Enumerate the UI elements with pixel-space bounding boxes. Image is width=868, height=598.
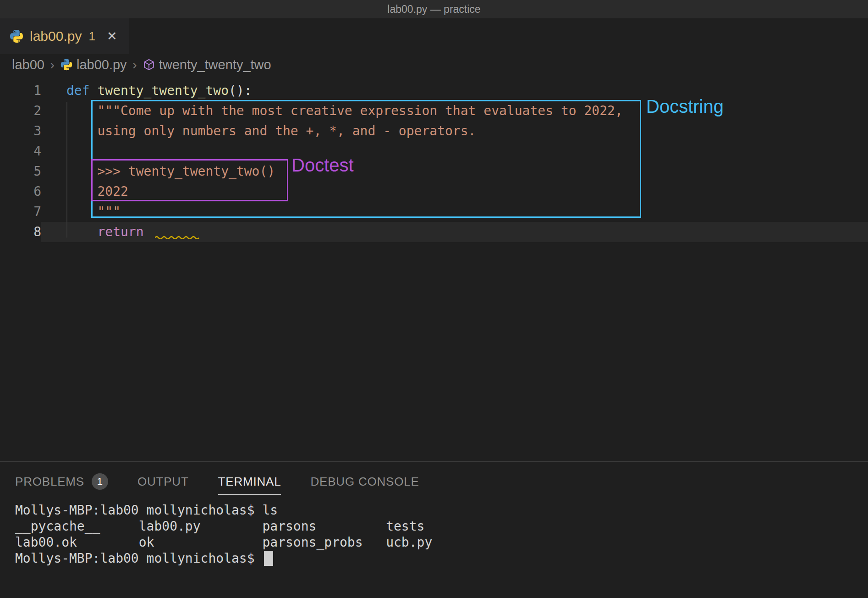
terminal-line: lab00.ok ok parsons_probs ucb.py [15, 534, 868, 550]
code-line-5[interactable]: 5 >>> twenty_twenty_two() [0, 161, 868, 182]
tab-debug-console[interactable]: DEBUG CONSOLE [310, 465, 419, 495]
panel-tab-label: PROBLEMS [15, 475, 84, 489]
panel-tab-label: OUTPUT [137, 475, 189, 489]
terminal-line: Mollys-MBP:lab00 mollynicholas$ ls [15, 502, 868, 518]
breadcrumb-label: twenty_twenty_two [159, 57, 271, 72]
symbol-cube-icon [143, 58, 155, 71]
doctest-annotation-label: Doctest [291, 155, 354, 176]
line-number: 2 [0, 101, 41, 121]
code-line-4[interactable]: 4 [0, 141, 868, 161]
line-number: 7 [0, 202, 41, 222]
problems-count-badge: 1 [92, 473, 108, 490]
panel-tab-label: TERMINAL [218, 475, 281, 489]
indent [66, 224, 97, 239]
line-number: 1 [0, 81, 41, 101]
code-line-2[interactable]: 2 """Come up with the most creative expr… [0, 101, 868, 121]
panel-tab-label: DEBUG CONSOLE [310, 475, 419, 489]
tab-problems[interactable]: PROBLEMS 1 [15, 464, 108, 496]
breadcrumb-label: lab00.py [77, 57, 127, 72]
breadcrumb-item-lab00[interactable]: lab00 [12, 57, 44, 72]
warning-squiggle-icon [155, 235, 200, 239]
bottom-panel: PROBLEMS 1 OUTPUT TERMINAL DEBUG CONSOLE… [0, 461, 868, 598]
code-line-3[interactable]: 3 using only numbers and the +, *, and -… [0, 121, 868, 141]
keyword-def: def [66, 83, 97, 98]
window-title: lab00.py — practice [387, 3, 480, 16]
line-number: 5 [0, 161, 41, 182]
code-editor[interactable]: 1 def twenty_twenty_two(): 2 """Come up … [0, 75, 868, 242]
tab-problem-count: 1 [88, 29, 95, 44]
tab-label: lab00.py [30, 28, 82, 44]
chevron-right-icon: › [50, 57, 55, 72]
breadcrumb-item-lab00-py[interactable]: lab00.py [60, 57, 127, 72]
code-line-1[interactable]: 1 def twenty_twenty_two(): [0, 81, 868, 101]
line-number: 4 [0, 141, 41, 161]
line-number: 3 [0, 121, 41, 141]
tab-terminal[interactable]: TERMINAL [218, 465, 281, 495]
terminal[interactable]: Mollys-MBP:lab00 mollynicholas$ ls __pyc… [0, 498, 868, 566]
line-number: 6 [0, 182, 41, 202]
indent-guide [66, 102, 67, 238]
doctest-call-text: >>> twenty_twenty_two() [66, 164, 275, 179]
tab-lab00-py[interactable]: lab00.py 1 ✕ [0, 18, 129, 54]
terminal-line: __pycache__ lab00.py parsons tests [15, 518, 868, 534]
code-line-7[interactable]: 7 """ [0, 202, 868, 222]
editor-tab-strip: lab00.py 1 ✕ [0, 18, 868, 54]
code-line-6[interactable]: 6 2022 [0, 182, 868, 202]
breadcrumb-item-symbol[interactable]: twenty_twenty_two [143, 57, 271, 72]
chevron-right-icon: › [132, 57, 137, 72]
breadcrumb: lab00 › lab00.py › twenty_twenty_two [0, 54, 868, 75]
python-icon [9, 29, 24, 44]
docstring-text: using only numbers and the +, *, and - o… [66, 123, 476, 138]
docstring-annotation-label: Docstring [646, 96, 724, 117]
panel-tab-bar: PROBLEMS 1 OUTPUT TERMINAL DEBUG CONSOLE [0, 462, 868, 498]
tab-output[interactable]: OUTPUT [137, 465, 189, 495]
window-titlebar: lab00.py — practice [0, 0, 868, 18]
line-number: 8 [0, 222, 41, 242]
punctuation: (): [229, 83, 252, 98]
terminal-prompt: Mollys-MBP:lab00 mollynicholas$ [15, 551, 262, 566]
docstring-text: """Come up with the most creative expres… [66, 103, 623, 118]
doctest-result-text: 2022 [66, 184, 128, 199]
keyword-return: return [97, 224, 143, 239]
code-line-8[interactable]: 8 return [0, 222, 868, 242]
python-icon [60, 58, 73, 71]
terminal-cursor [264, 551, 273, 566]
breadcrumb-label: lab00 [12, 57, 44, 72]
function-name: twenty_twenty_two [97, 83, 229, 98]
docstring-text: """ [66, 204, 121, 219]
terminal-prompt-line: Mollys-MBP:lab00 mollynicholas$ [15, 550, 868, 566]
close-icon[interactable]: ✕ [107, 29, 117, 44]
